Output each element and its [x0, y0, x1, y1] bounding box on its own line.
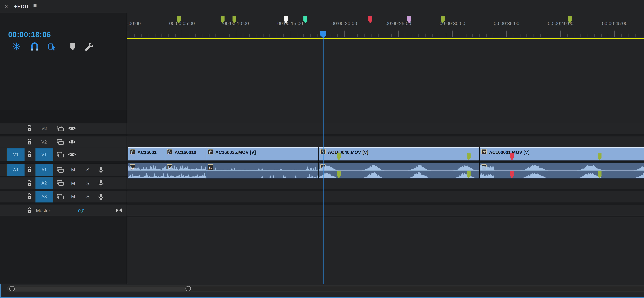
track-header-a3: A3 M S [0, 191, 127, 203]
sequence-tab[interactable]: +EDIT [14, 3, 29, 9]
track-lock-icon[interactable] [26, 191, 33, 203]
ruler-timecode-label: 00:00:40:00 [544, 20, 577, 26]
ruler-minor-tick [209, 34, 209, 37]
work-area-bar[interactable] [127, 38, 644, 39]
track-lane-master[interactable] [127, 204, 644, 216]
track-lock-icon[interactable] [26, 204, 33, 216]
mute-track-button[interactable]: M [69, 177, 77, 189]
ruler-major-tick [452, 30, 453, 37]
sequence-marker[interactable] [368, 16, 372, 24]
voice-over-record-mic-icon[interactable] [96, 164, 106, 176]
ruler-minor-tick [547, 34, 548, 37]
track-lane-a3[interactable] [127, 191, 644, 203]
track-target-a1[interactable]: A1 [35, 164, 53, 176]
ruler-minor-tick [229, 34, 230, 37]
track-target-a3[interactable]: A3 [35, 191, 53, 203]
clip-boundary[interactable] [165, 147, 166, 178]
track-target-a2[interactable]: A2 [35, 177, 53, 189]
track-lane-v2[interactable] [127, 136, 644, 148]
audio-clip[interactable]: fx [318, 162, 480, 178]
ruler-major-tick [290, 30, 290, 37]
clip-name: AC16001 [138, 150, 156, 155]
ruler-minor-tick [412, 34, 412, 37]
timeline-track-area[interactable]: 00:00:00:0000:00:05:0000:00:10:0000:00:1… [127, 13, 644, 284]
track-lock-icon[interactable] [26, 164, 33, 176]
show-keyframes-bowtie-icon[interactable] [114, 204, 123, 216]
close-panel-icon[interactable]: × [5, 3, 8, 9]
track-target-v1[interactable]: V1 [35, 148, 53, 161]
ruler-minor-tick [188, 34, 189, 37]
ruler-minor-tick [459, 34, 460, 37]
video-clip[interactable]: fxAC160035.MOV [V] [206, 147, 318, 160]
ruler-major-tick [506, 30, 507, 37]
track-lock-icon[interactable] [26, 177, 33, 189]
ruler-major-tick [344, 30, 344, 37]
clip-boundary[interactable] [479, 147, 480, 178]
audio-clip[interactable]: fx [128, 162, 165, 178]
toggle-track-output-eye-icon[interactable] [67, 136, 77, 148]
ruler-minor-tick [263, 34, 264, 37]
voice-over-record-mic-icon[interactable] [96, 177, 106, 189]
audio-clip[interactable]: fx [206, 162, 318, 178]
panel-menu-icon[interactable]: ≡ [33, 2, 37, 9]
ruler-minor-tick [134, 34, 135, 37]
sync-lock-icon[interactable] [55, 123, 65, 134]
track-name-v2[interactable]: V2 [35, 136, 53, 148]
clip-name: AC160001.MOV [V] [489, 150, 530, 155]
video-clip[interactable]: fxAC16001 [128, 147, 165, 160]
solo-track-button[interactable]: S [84, 164, 92, 176]
clip-boundary[interactable] [206, 147, 206, 178]
ruler-timecode-label: 00:00:05:00 [166, 20, 198, 26]
ruler-minor-tick [466, 34, 466, 37]
clip-boundary[interactable] [318, 147, 319, 178]
source-patch-a1[interactable]: A1 [7, 164, 24, 176]
master-gain-value[interactable]: 0,0 [74, 204, 88, 216]
source-patch-v1[interactable]: V1 [7, 148, 24, 161]
ruler-minor-tick [628, 34, 628, 37]
sync-lock-icon[interactable] [55, 148, 65, 161]
ruler-minor-tick [439, 34, 439, 37]
ruler-minor-tick [432, 34, 432, 37]
track-lock-icon[interactable] [26, 136, 33, 148]
mute-track-button[interactable]: M [69, 191, 77, 203]
nest-insert-overwrite-icon[interactable] [12, 42, 21, 51]
track-lock-icon[interactable] [26, 123, 33, 134]
mute-track-button[interactable]: M [69, 164, 77, 176]
horizontal-scrollbar-thumb[interactable] [9, 286, 188, 292]
track-name-v3[interactable]: V3 [35, 123, 53, 134]
track-lock-icon[interactable] [26, 148, 33, 161]
ruler-minor-tick [574, 34, 574, 37]
current-timecode[interactable]: 00:00:18:06 [8, 30, 51, 39]
clip-name: AC160040.MOV [V] [328, 150, 368, 155]
audio-clip[interactable]: fx [480, 162, 644, 178]
video-clip[interactable]: fxAC160001.MOV [V] [480, 147, 644, 160]
ruler-minor-tick [195, 34, 196, 37]
ruler-minor-tick [594, 34, 595, 37]
ruler-minor-tick [283, 34, 284, 37]
timeline-settings-wrench-icon[interactable] [84, 42, 94, 51]
snap-magnet-icon[interactable] [30, 42, 39, 51]
video-clip[interactable]: fxAC160040.MOV [V] [318, 147, 480, 160]
solo-track-button[interactable]: S [84, 177, 92, 189]
sync-lock-icon[interactable] [55, 136, 65, 148]
ruler-minor-tick [222, 34, 223, 37]
timeline-panel: × +EDIT ≡ 00:00:18:06 [0, 0, 644, 298]
audio-clip[interactable]: fx [165, 162, 206, 178]
video-clip[interactable]: fxAC160010 [165, 147, 206, 160]
master-track-label: Master [36, 204, 60, 216]
linked-selection-icon[interactable] [48, 42, 57, 51]
ruler-major-tick [398, 30, 399, 37]
fx-badge-icon: fx [167, 149, 172, 154]
fx-badge-icon: fx [482, 149, 487, 154]
voice-over-record-mic-icon[interactable] [96, 191, 106, 203]
add-marker-icon[interactable] [68, 42, 78, 51]
sync-lock-icon[interactable] [55, 191, 65, 203]
toggle-track-output-eye-icon[interactable] [67, 148, 77, 161]
sync-lock-icon[interactable] [55, 164, 65, 176]
track-lane-v3[interactable] [127, 123, 644, 134]
track-lane-a2[interactable] [127, 177, 644, 189]
toggle-track-output-eye-icon[interactable] [67, 123, 77, 134]
sync-lock-icon[interactable] [55, 177, 65, 189]
ruler-minor-tick [310, 34, 311, 37]
solo-track-button[interactable]: S [84, 191, 92, 203]
